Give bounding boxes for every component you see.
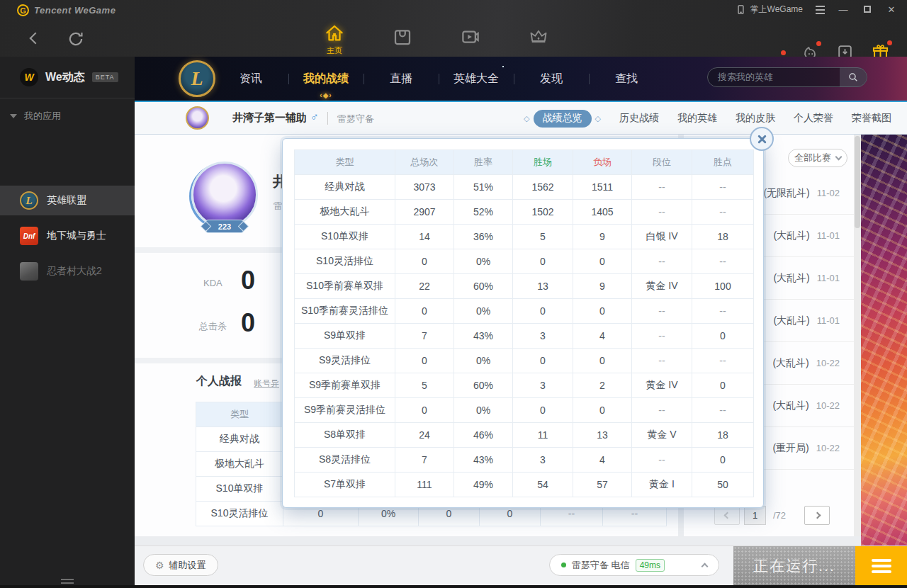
game-tab[interactable]: 直播 [364,57,439,101]
table-cell: 0 [573,249,632,274]
table-row: S9灵活排位00%00---- [295,349,754,373]
match-mode-label: (大乱斗) [772,357,809,370]
profile-tab[interactable]: 我的英雄 [677,112,717,125]
table-cell: 1405 [573,200,632,225]
account-check-link[interactable]: 账号异 [254,378,279,390]
game-tab[interactable]: 发现 [514,57,589,101]
page-input[interactable]: 1 [744,506,766,525]
minimize-button[interactable]: — [838,4,849,15]
home-tab[interactable]: 主页 [322,23,347,56]
table-cell: 0 [573,299,632,324]
table-cell: 49% [454,473,513,497]
game-nav-tabs: 资讯我的战绩‹◆›直播英雄大全发现查找 [213,57,664,101]
table-cell: 1562 [513,175,573,200]
stats-overview-modal: 类型总场次胜率胜场负场段位胜点经典对战307351%15621511----极地… [282,138,764,508]
lol-banner-logo-icon: L [179,60,215,97]
table-cell: 黄金 IV [632,274,692,299]
table-cell: 54 [513,473,573,497]
table-row: S10单双排1436%59白银 IV18 [295,225,754,249]
match-filter-dropdown[interactable]: 全部比赛 [788,149,847,167]
server-selector[interactable]: 雷瑟守备 电信 49ms [549,554,719,576]
sidebar-item-dnf[interactable]: Dnf 地下城与勇士 [0,221,135,251]
table-cell: 5 [395,373,454,398]
table-cell: 9 [573,274,632,299]
kda-value: 0 [241,266,255,295]
profile-tab[interactable]: ◇战绩总览◇ [524,110,601,128]
hero-search-box[interactable]: 搜索我的英雄 [707,67,867,87]
home-icon [323,23,346,44]
game-tab[interactable]: 我的战绩‹◆› [288,57,364,101]
table-cell: 22 [395,274,454,299]
table-header-cell: 总场次 [395,150,454,175]
menu-icon[interactable] [816,6,825,14]
game-tab[interactable]: 英雄大全 [439,57,514,101]
membership-tab[interactable] [526,23,551,47]
running-menu-button[interactable] [855,546,907,586]
table-row: S7单双排11149%5457黄金 I50 [295,473,754,497]
search-icon[interactable] [840,67,867,87]
video-tab[interactable] [458,23,483,47]
prev-page-button[interactable] [714,506,740,525]
table-row: S8灵活排位743%34--0 [295,448,754,473]
table-header-cell: 胜点 [692,150,754,175]
back-button[interactable] [31,33,40,45]
table-cell: 7 [395,448,454,473]
palm-wegame[interactable]: 掌上WeGame [736,4,803,16]
game-tab[interactable]: 资讯 [213,57,288,101]
table-cell: -- [692,200,754,225]
profile-tabs: ◇战绩总览◇历史战绩我的英雄我的皮肤个人荣誉荣誉截图 [524,102,891,135]
running-button[interactable]: 正在运行... [733,546,855,586]
store-tab[interactable] [390,23,415,47]
sidebar-collapse-icon[interactable] [61,579,74,584]
scrollbar-thumb[interactable] [855,136,860,228]
assist-settings-button[interactable]: ⚙ 辅助设置 [143,554,218,576]
match-date: 10-22 [816,443,840,453]
player-avatar-small[interactable] [186,106,209,130]
table-cell: -- [632,200,692,225]
refresh-button[interactable] [67,30,85,48]
gear-icon: ⚙ [155,560,164,571]
table-cell: 43% [454,448,513,473]
scrollbar[interactable] [854,135,861,536]
palm-label: 掌上WeGame [750,4,803,16]
player-name: 井湾子第一辅助 [232,111,307,125]
sidebar-item-ninja[interactable]: 忍者村大战2 [0,256,135,286]
table-cell: 36% [454,225,513,249]
table-cell: 0 [513,349,573,373]
table-cell: -- [692,249,754,274]
profile-tab[interactable]: 我的皮肤 [736,112,775,125]
divider [0,98,135,98]
notification-dot [887,40,892,45]
brand-name: Tencent WeGame [34,5,116,16]
game-banner: L 资讯我的战绩‹◆›直播英雄大全发现查找 搜索我的英雄 [135,57,907,102]
table-cell: 0% [454,398,513,423]
table-cell: S10灵活排位 [196,502,283,526]
male-icon: ♂ [310,111,319,123]
profile-tab[interactable]: 荣誉截图 [852,112,891,125]
profile-tab[interactable]: 个人荣誉 [794,112,833,125]
table-cell: 白银 IV [632,225,692,249]
table-cell: 5 [513,225,573,249]
close-button[interactable]: ✕ [886,4,897,15]
table-cell: 3073 [395,175,454,200]
window-bottom-edge [0,585,907,588]
sidebar-item-lol[interactable]: L 英雄联盟 [0,186,135,215]
table-cell: -- [632,448,692,473]
table-cell: 黄金 IV [632,373,692,398]
game-tab[interactable]: 查找 [589,57,664,101]
table-cell: 0 [513,299,573,324]
we-feed-entry[interactable]: W We动态 BETA [0,57,135,96]
my-apps-section[interactable]: 我的应用 [0,108,135,124]
maximize-button[interactable] [862,4,873,15]
modal-close-button[interactable] [750,127,774,151]
brand: G Tencent WeGame [17,4,116,16]
toolbar: 主页 [0,21,907,57]
table-cell: 2907 [395,200,454,225]
profile-tab[interactable]: 历史战绩 [619,112,659,125]
table-cell: 3 [513,324,573,349]
next-page-button[interactable] [804,506,830,525]
table-header-cell: 负场 [573,150,632,175]
phone-icon [736,4,746,15]
diamond-icon: ◇ [595,114,601,123]
table-header-cell: 类型 [196,402,283,427]
